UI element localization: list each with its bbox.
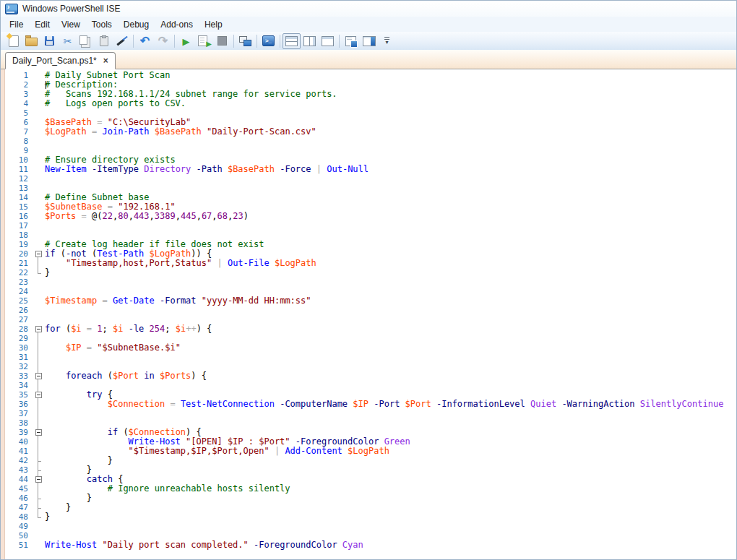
line-number: 28 [1, 324, 34, 334]
window-title: Windows PowerShell ISE [22, 4, 120, 14]
undo-button[interactable] [136, 33, 154, 49]
menu-item-tools[interactable]: Tools [86, 18, 118, 31]
line-number: 5 [1, 108, 34, 118]
fold-toggle[interactable] [35, 476, 42, 483]
fold-column [34, 287, 43, 296]
tab-daily-port-scan[interactable]: Daily_Port_Scan.ps1* × [5, 52, 116, 69]
line-number: 12 [1, 174, 34, 184]
fold-column [34, 268, 43, 277]
code-line: 49 [1, 522, 736, 531]
code-line: 12 [1, 174, 736, 184]
show-script-pane-maximized-icon [322, 36, 334, 46]
line-number: 19 [1, 240, 34, 249]
menu-item-help[interactable]: Help [199, 18, 228, 31]
line-number: 16 [1, 212, 34, 221]
line-number: 36 [1, 400, 34, 409]
run-selection-button[interactable] [195, 33, 213, 49]
code-line: 31 [1, 353, 736, 362]
toolbar-separator [174, 35, 175, 48]
fold-column [34, 381, 43, 390]
show-script-pane-maximized-button[interactable] [319, 33, 337, 49]
line-number: 29 [1, 334, 34, 343]
script-editor[interactable]: 1# Daily Subnet Port Scan2# Description:… [1, 69, 736, 560]
toolbar-separator [339, 35, 340, 48]
fold-column [34, 240, 43, 249]
cut-button[interactable] [59, 33, 77, 49]
powershell-ise-icon [5, 4, 18, 14]
fold-column [34, 512, 43, 522]
fold-column [34, 212, 43, 221]
line-number: 50 [1, 531, 34, 540]
show-script-pane-top-button[interactable] [283, 33, 301, 49]
fold-column [34, 184, 43, 193]
line-number: 15 [1, 202, 34, 212]
menu-item-file[interactable]: File [4, 18, 29, 31]
show-command-addon-button[interactable] [360, 33, 378, 49]
code-text: for ($i = 1; $i -le 254; $i++) { [43, 324, 212, 334]
line-number: 17 [1, 221, 34, 231]
fold-column [34, 540, 43, 550]
new-remote-powershell-tab-button[interactable] [236, 33, 254, 49]
fold-toggle[interactable] [35, 326, 42, 332]
fold-toggle[interactable] [35, 429, 42, 436]
fold-column [34, 324, 43, 334]
fold-column [34, 522, 43, 531]
fold-toggle[interactable] [35, 251, 42, 257]
code-line: 23 [1, 277, 736, 287]
code-text [43, 174, 45, 184]
close-icon[interactable]: × [103, 57, 108, 64]
fold-column [34, 362, 43, 371]
save-script-button[interactable] [40, 33, 59, 49]
show-command-window-button[interactable] [342, 33, 360, 49]
code-line: 48} [1, 512, 736, 522]
line-number: 20 [1, 249, 34, 259]
redo-icon [158, 35, 168, 48]
show-script-pane-right-button[interactable] [301, 33, 319, 49]
stop-operation-icon [217, 36, 227, 46]
line-number: 26 [1, 306, 34, 315]
fold-column [34, 137, 43, 146]
show-script-pane-top-icon [285, 36, 298, 46]
menu-item-addons[interactable]: Add-ons [155, 18, 199, 31]
code-text [43, 353, 45, 362]
fold-column [34, 456, 43, 465]
code-line: 30 $IP = "$SubnetBase.$i" [1, 343, 736, 353]
open-script-button[interactable] [22, 33, 40, 49]
code-text: New-Item -ItemType Directory -Path $Base… [43, 165, 368, 174]
toolbar [1, 32, 736, 50]
line-number: 6 [1, 118, 34, 127]
line-number: 3 [1, 90, 34, 99]
line-number: 44 [1, 475, 34, 484]
stop-operation-button[interactable] [213, 33, 231, 49]
overflow-button[interactable] [378, 33, 396, 49]
start-powershell-button[interactable] [259, 33, 277, 49]
code-text: $LogPath = Join-Path $BasePath "Daily-Po… [43, 127, 316, 137]
paste-button[interactable] [95, 33, 113, 49]
fold-column [34, 343, 43, 353]
clear-console-button[interactable] [113, 33, 131, 49]
menu-item-edit[interactable]: Edit [29, 18, 56, 31]
run-script-button[interactable] [177, 33, 195, 49]
new-script-button[interactable] [4, 33, 22, 49]
fold-toggle[interactable] [35, 373, 42, 379]
fold-column [34, 80, 43, 90]
fold-column [34, 174, 43, 184]
show-command-addon-icon [363, 36, 376, 46]
code-text [43, 522, 45, 531]
undo-icon [140, 35, 150, 48]
code-line: 47 } [1, 503, 736, 512]
code-line: 42 } [1, 456, 736, 465]
line-number: 27 [1, 315, 34, 324]
tab-label: Daily_Port_Scan.ps1* [12, 56, 97, 66]
fold-column [34, 231, 43, 240]
fold-column [34, 277, 43, 287]
fold-toggle[interactable] [35, 392, 42, 398]
redo-button[interactable] [154, 33, 172, 49]
menu-item-debug[interactable]: Debug [118, 18, 155, 31]
line-number: 32 [1, 362, 34, 371]
menu-item-view[interactable]: View [56, 18, 86, 31]
powershell-ise-window: Windows PowerShell ISE FileEditViewTools… [0, 0, 737, 560]
fold-column [34, 146, 43, 155]
line-number: 46 [1, 494, 34, 503]
copy-button[interactable] [77, 33, 95, 49]
